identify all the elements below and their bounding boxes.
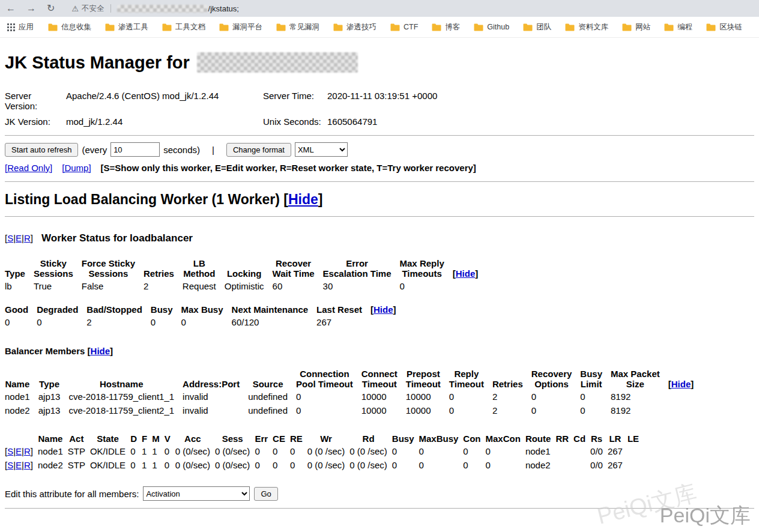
column-header: Prepost Timeout: [406, 368, 449, 390]
bookmark-folder[interactable]: 信息收集: [48, 22, 91, 32]
text-fragment: ]: [31, 233, 33, 243]
table-row: node2ajp13cve-2018-11759_client2_1invali…: [5, 404, 702, 417]
interval-input[interactable]: [110, 142, 160, 157]
folder-icon: [565, 23, 575, 31]
column-header: Max Reply Timeouts: [400, 258, 453, 279]
table-cell: 0 (0 /sec): [349, 458, 392, 472]
attribute-select[interactable]: Activation: [143, 486, 250, 501]
bookmark-folder[interactable]: 编程: [664, 22, 692, 32]
edit-worker-link[interactable]: E: [16, 460, 22, 470]
bookmark-folder[interactable]: 渗透技巧: [333, 22, 376, 32]
hide-link[interactable]: Hide: [456, 268, 476, 279]
column-header: LR: [608, 433, 627, 444]
column-header: Err: [255, 433, 273, 444]
table-cell: [S|E|R]: [5, 458, 38, 472]
show-worker-link[interactable]: S: [7, 446, 13, 456]
bookmark-folder[interactable]: 博客: [432, 22, 460, 32]
start-auto-refresh-button[interactable]: Start auto refresh: [5, 143, 78, 157]
server-version-value: Apache/2.4.6 (CentOS) mod_jk/1.2.44: [66, 91, 263, 101]
table-cell: invalid: [183, 390, 248, 404]
table-cell: 0 (0 /sec): [307, 444, 350, 458]
bookmark-folder[interactable]: 常见漏洞: [276, 22, 319, 32]
bookmark-folder[interactable]: 资料文库: [565, 22, 608, 32]
table-cell: 8192: [611, 390, 668, 404]
hide-link[interactable]: Hide: [671, 379, 691, 389]
reset-worker-link[interactable]: R: [24, 460, 31, 470]
column-header: [5, 433, 38, 444]
table-cell: STP: [68, 458, 90, 472]
security-warning-label[interactable]: 不安全: [82, 4, 104, 14]
bookmark-folder[interactable]: 团队: [523, 22, 551, 32]
edit-worker-link[interactable]: E: [16, 446, 22, 456]
show-worker-link[interactable]: S: [7, 233, 13, 243]
column-header: Type: [5, 258, 34, 279]
table-cell: 0: [531, 404, 581, 417]
format-select[interactable]: XML: [295, 142, 348, 157]
divider: [5, 508, 754, 509]
read-only-link[interactable]: [Read Only]: [5, 163, 52, 173]
table-cell: 0: [449, 404, 492, 417]
reset-worker-link[interactable]: R: [24, 446, 31, 456]
table-cell: 0: [5, 315, 37, 329]
table-cell: Request: [183, 279, 225, 293]
column-header: Max Packet Size: [611, 368, 668, 390]
refresh-icon[interactable]: ↻: [47, 4, 55, 13]
jk-version-label: JK Version:: [5, 116, 66, 127]
address-bar[interactable]: ⚠ 不安全 /jkstatus;: [65, 0, 753, 17]
table-cell: 10000: [361, 390, 406, 404]
bookmark-label: 常见漏洞: [289, 22, 319, 32]
table-cell: 2: [492, 404, 531, 417]
header-row: NameActStateDFMVAccSessErrCEREWrRdBusyMa…: [5, 433, 644, 444]
go-button[interactable]: Go: [254, 487, 277, 501]
edit-attribute-label: Edit this attribute for all members:: [5, 489, 139, 499]
divider: [5, 135, 754, 136]
edit-worker-link[interactable]: E: [16, 233, 22, 243]
reset-worker-link[interactable]: R: [24, 233, 31, 243]
members-config-table: NameTypeHostnameAddress:PortSourceConnec…: [5, 368, 702, 417]
hide-link[interactable]: Hide: [91, 346, 110, 356]
lb-config-table: TypeSticky SessionsForce Sticky Sessions…: [5, 258, 486, 293]
column-header: Wr: [307, 433, 350, 444]
dump-link[interactable]: [Dump]: [62, 163, 91, 173]
column-header: LE: [627, 433, 644, 444]
table-cell: 0: [463, 458, 485, 472]
apps-shortcut[interactable]: 应用: [7, 22, 34, 32]
folder-icon: [162, 23, 172, 31]
bookmark-folder[interactable]: Github: [474, 23, 509, 31]
show-worker-link[interactable]: S: [7, 460, 13, 470]
table-cell: 267: [608, 444, 627, 458]
bookmark-folder[interactable]: 工具文档: [162, 22, 205, 32]
column-header: Retries: [492, 368, 531, 390]
column-header: Good: [5, 304, 37, 315]
table-cell: True: [34, 279, 82, 293]
bookmark-folder[interactable]: CTF: [390, 23, 418, 31]
text-fragment: ]: [110, 346, 113, 356]
bookmark-folder[interactable]: 漏洞平台: [219, 22, 262, 32]
change-format-button[interactable]: Change format: [226, 143, 291, 157]
column-header: Rd: [349, 433, 392, 444]
table-cell: 0 (0/sec): [215, 444, 255, 458]
table-cell: 0 (0/sec): [175, 444, 215, 458]
forward-icon[interactable]: →: [26, 4, 36, 13]
table-cell: [573, 444, 590, 458]
controls-separator: |: [212, 145, 214, 155]
hide-link[interactable]: Hide: [288, 192, 318, 207]
table-cell: 1: [152, 458, 165, 472]
bookmark-folder[interactable]: 网站: [622, 22, 650, 32]
divider: [5, 181, 754, 182]
edit-attribute-row: Edit this attribute for all members: Act…: [5, 486, 754, 501]
bookmark-folder[interactable]: 渗透工具: [105, 22, 148, 32]
column-header: Next Maintenance: [232, 304, 317, 315]
server-info: Server Version: Apache/2.4.6 (CentOS) mo…: [5, 91, 754, 127]
folder-icon: [664, 23, 674, 31]
table-cell: OK/IDLE: [90, 444, 130, 458]
page-title: JK Status Manager for: [5, 52, 754, 73]
table-cell: 0: [255, 458, 273, 472]
table-cell: 0/0: [590, 444, 608, 458]
text-fragment: Listing Load Balancing Worker (1 Worker)…: [5, 192, 288, 207]
column-header: Max Busy: [181, 304, 232, 315]
bookmark-folder[interactable]: 区块链: [706, 22, 742, 32]
bookmark-label: 工具文档: [175, 22, 205, 32]
back-icon[interactable]: ←: [6, 4, 16, 13]
hide-link[interactable]: Hide: [373, 304, 393, 315]
